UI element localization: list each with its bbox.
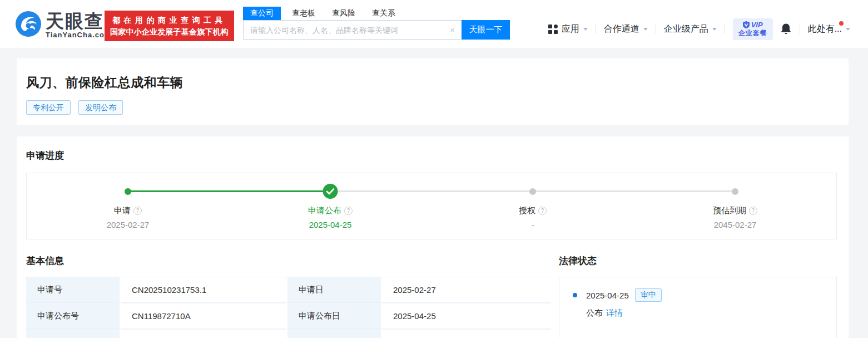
logo-domain-text: TianYanCha.com	[46, 31, 112, 39]
progress-step-publication: 申请公布? 2025-04-25	[229, 205, 431, 229]
vip-package-button[interactable]: VIP 企业套餐	[733, 18, 773, 40]
table-label: 申请公布日	[287, 303, 381, 329]
table-value	[382, 329, 551, 338]
top-header: 天眼查 TianYanCha.com 都在用的商业查询工具 国家中小企业发展子基…	[0, 0, 868, 49]
search-area: 查公司 查老板 查风险 查关系 × 天眼一下	[243, 7, 510, 40]
tianyancha-logo[interactable]: 天眼查 TianYanCha.com	[16, 11, 112, 39]
nav-enterprise-label: 企业级产品	[664, 23, 708, 35]
table-label	[26, 329, 120, 338]
progress-dot-applied	[125, 188, 131, 195]
step-date: -	[431, 220, 634, 229]
vip-sublabel: 企业套餐	[738, 29, 767, 37]
progress-dot-granted	[529, 188, 536, 195]
tab-search-relation[interactable]: 查关系	[372, 7, 395, 20]
notification-red-dot	[839, 21, 844, 26]
table-label: 申请公布号	[26, 303, 120, 329]
step-date: 2045-02-27	[634, 220, 836, 229]
step-label: 申请公布	[308, 205, 341, 216]
tab-search-risk[interactable]: 查风险	[332, 7, 355, 20]
chevron-down-icon	[583, 28, 588, 31]
nav-cooperation-label: 合作通道	[604, 23, 639, 35]
step-label: 申请	[114, 205, 131, 216]
help-icon[interactable]: ?	[133, 207, 142, 215]
patent-title-card: 风刀、前保险杠总成和车辆 专利公开 发明公布	[17, 58, 849, 125]
progress-dot-expiry	[732, 188, 738, 195]
banner-line1: 都在用的商业查询工具	[110, 14, 229, 26]
tag-patent-public: 专利公开	[26, 100, 71, 115]
step-date: 2025-04-25	[229, 220, 431, 229]
page-title: 风刀、前保险杠总成和车辆	[26, 74, 839, 91]
basic-info-section: 基本信息 申请号 CN202510231753.1 申请日 2025-02-27…	[26, 254, 548, 338]
nav-divider	[725, 25, 725, 34]
table-value: 2025-04-25	[382, 303, 551, 329]
check-circle-icon	[323, 184, 338, 199]
basic-info-title: 基本信息	[26, 254, 548, 267]
logo-brand-text: 天眼查	[46, 12, 112, 30]
step-label: 授权	[519, 205, 535, 216]
nav-divider	[656, 25, 656, 34]
progress-segment-pending	[533, 190, 735, 192]
legal-status-text: 公布	[586, 308, 603, 317]
bell-icon	[780, 23, 792, 35]
search-button[interactable]: 天眼一下	[462, 20, 510, 40]
vip-shield-icon	[743, 21, 750, 28]
banner-line2: 国家中小企业发展子基金旗下机构	[110, 26, 229, 38]
legal-status-title: 法律状态	[559, 254, 837, 267]
progress-section-title: 申请进度	[26, 149, 64, 162]
progress-segment-done	[128, 190, 330, 192]
chevron-down-icon	[846, 28, 850, 31]
table-label: 申请号	[26, 277, 120, 303]
progress-step-estimated-expiry: 预估到期? 2045-02-27	[634, 205, 836, 229]
table-value	[121, 329, 286, 338]
help-icon[interactable]: ?	[344, 207, 353, 215]
patent-detail-card: 申请进度 申请? 2025-02-27 申请公布? 2025-04-25 授权?…	[17, 136, 849, 338]
table-value: CN119872710A	[121, 303, 286, 329]
tag-invention-publication: 发明公布	[78, 100, 123, 115]
user-menu-label: 此处有...	[808, 23, 842, 35]
search-tabs: 查公司 查老板 查风险 查关系	[243, 7, 510, 20]
search-input[interactable]	[243, 20, 462, 40]
help-icon[interactable]: ?	[749, 207, 757, 215]
logo-eye-icon	[16, 11, 41, 39]
nav-enterprise[interactable]: 企业级产品	[664, 23, 717, 35]
nav-divider	[800, 25, 800, 34]
promo-banner: 都在用的商业查询工具 国家中小企业发展子基金旗下机构	[105, 11, 234, 41]
chevron-down-icon	[643, 28, 648, 31]
legal-status-date: 2025-04-25	[586, 291, 629, 300]
clear-icon[interactable]: ×	[450, 25, 455, 35]
nav-apps[interactable]: 应用	[548, 23, 588, 35]
step-label: 预估到期	[713, 205, 746, 216]
progress-step-grant: 授权? -	[431, 205, 634, 229]
table-value: CN202510231753.1	[121, 277, 286, 303]
status-badge: 审中	[635, 288, 662, 302]
chevron-down-icon	[712, 28, 717, 31]
table-label: 申请日	[287, 277, 381, 303]
table-label	[287, 329, 381, 338]
nav-cooperation[interactable]: 合作通道	[604, 23, 648, 35]
nav-apps-label: 应用	[562, 23, 579, 35]
detail-link[interactable]: 详情	[606, 308, 623, 317]
application-progress-timeline: 申请? 2025-02-27 申请公布? 2025-04-25 授权? - 预估…	[26, 173, 837, 239]
nav-divider	[776, 25, 777, 34]
progress-step-apply: 申请? 2025-02-27	[27, 205, 229, 229]
user-menu[interactable]: 此处有...	[808, 23, 850, 35]
legal-status-box: 2025-04-25 审中 公布详情	[559, 277, 837, 338]
tab-search-boss[interactable]: 查老板	[292, 7, 315, 20]
notification-bell-button[interactable]	[780, 23, 792, 35]
header-nav: 应用 合作通道 企业级产品 VIP 企业套餐	[548, 17, 850, 41]
basic-info-table: 申请号 CN202510231753.1 申请日 2025-02-27 申请公布…	[26, 277, 548, 338]
help-icon[interactable]: ?	[538, 207, 547, 215]
vip-label: VIP	[751, 21, 763, 29]
legal-status-section: 法律状态 2025-04-25 审中 公布详情	[559, 254, 837, 338]
progress-segment-pending	[330, 190, 533, 192]
step-date: 2025-02-27	[27, 220, 229, 229]
apps-grid-icon	[548, 25, 558, 34]
table-value: 2025-02-27	[382, 277, 551, 303]
tab-search-company[interactable]: 查公司	[243, 7, 281, 20]
bullet-icon	[573, 293, 577, 297]
nav-divider	[596, 25, 596, 34]
